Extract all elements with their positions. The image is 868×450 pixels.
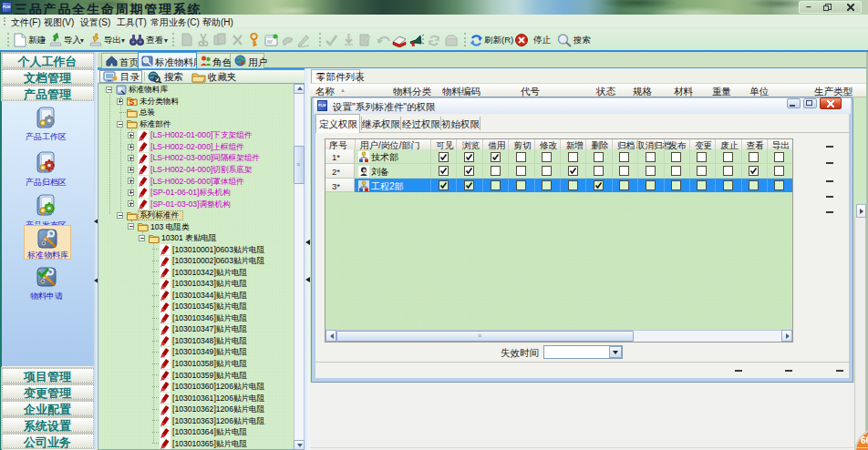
svg-text:S: S xyxy=(129,97,135,107)
